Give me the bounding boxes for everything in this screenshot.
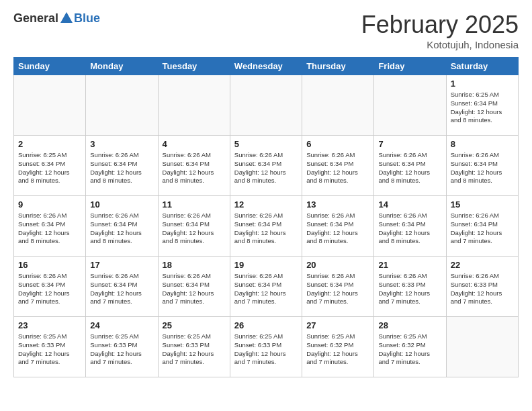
day-number: 22 bbox=[451, 260, 514, 270]
weekday-header-monday: Monday bbox=[86, 58, 158, 75]
day-cell bbox=[86, 75, 158, 136]
day-number: 5 bbox=[234, 139, 298, 149]
weekday-header-wednesday: Wednesday bbox=[230, 58, 302, 75]
day-info: Sunrise: 6:25 AM Sunset: 6:34 PM Dayligh… bbox=[451, 91, 514, 125]
day-cell bbox=[446, 317, 518, 377]
day-number: 15 bbox=[451, 199, 514, 210]
logo-general-text: General bbox=[13, 11, 58, 26]
day-cell: 7Sunrise: 6:26 AM Sunset: 6:34 PM Daylig… bbox=[374, 136, 446, 196]
week-row-4: 16Sunrise: 6:26 AM Sunset: 6:34 PM Dayli… bbox=[14, 257, 519, 317]
day-info: Sunrise: 6:25 AM Sunset: 6:34 PM Dayligh… bbox=[18, 151, 81, 185]
day-cell: 5Sunrise: 6:26 AM Sunset: 6:34 PM Daylig… bbox=[230, 136, 302, 196]
day-cell: 17Sunrise: 6:26 AM Sunset: 6:34 PM Dayli… bbox=[86, 257, 158, 317]
day-info: Sunrise: 6:26 AM Sunset: 6:34 PM Dayligh… bbox=[90, 151, 153, 185]
weekday-header-saturday: Saturday bbox=[446, 58, 518, 75]
day-number: 21 bbox=[378, 260, 441, 270]
day-cell: 14Sunrise: 6:26 AM Sunset: 6:34 PM Dayli… bbox=[374, 196, 446, 257]
day-cell bbox=[230, 75, 302, 136]
weekday-header-friday: Friday bbox=[374, 58, 446, 75]
day-number: 1 bbox=[451, 79, 514, 89]
day-cell: 1Sunrise: 6:25 AM Sunset: 6:34 PM Daylig… bbox=[446, 75, 518, 136]
day-number: 11 bbox=[163, 199, 226, 210]
day-info: Sunrise: 6:25 AM Sunset: 6:32 PM Dayligh… bbox=[378, 332, 441, 367]
calendar-title: February 2025 bbox=[361, 11, 519, 39]
weekday-header-sunday: Sunday bbox=[14, 58, 86, 75]
day-info: Sunrise: 6:26 AM Sunset: 6:34 PM Dayligh… bbox=[163, 151, 226, 185]
day-info: Sunrise: 6:26 AM Sunset: 6:34 PM Dayligh… bbox=[306, 272, 369, 306]
day-info: Sunrise: 6:26 AM Sunset: 6:33 PM Dayligh… bbox=[378, 272, 441, 306]
day-number: 10 bbox=[90, 199, 153, 210]
day-cell: 16Sunrise: 6:26 AM Sunset: 6:34 PM Dayli… bbox=[14, 257, 86, 317]
day-cell: 4Sunrise: 6:26 AM Sunset: 6:34 PM Daylig… bbox=[158, 136, 230, 196]
day-number: 18 bbox=[163, 260, 226, 270]
logo: General Blue bbox=[13, 11, 100, 26]
day-cell: 15Sunrise: 6:26 AM Sunset: 6:34 PM Dayli… bbox=[446, 196, 518, 257]
day-cell: 10Sunrise: 6:26 AM Sunset: 6:34 PM Dayli… bbox=[86, 196, 158, 257]
day-info: Sunrise: 6:26 AM Sunset: 6:34 PM Dayligh… bbox=[378, 212, 441, 246]
day-number: 20 bbox=[306, 260, 369, 270]
day-cell: 8Sunrise: 6:26 AM Sunset: 6:34 PM Daylig… bbox=[446, 136, 518, 196]
title-block: February 2025 Kototujuh, Indonesia bbox=[361, 11, 519, 50]
day-number: 7 bbox=[378, 139, 441, 149]
week-row-5: 23Sunrise: 6:25 AM Sunset: 6:33 PM Dayli… bbox=[14, 317, 519, 377]
day-info: Sunrise: 6:25 AM Sunset: 6:32 PM Dayligh… bbox=[306, 332, 369, 367]
day-info: Sunrise: 6:26 AM Sunset: 6:34 PM Dayligh… bbox=[90, 212, 153, 246]
calendar-page: General Blue February 2025 Kototujuh, In… bbox=[0, 0, 532, 388]
day-number: 25 bbox=[163, 320, 226, 330]
day-number: 2 bbox=[18, 139, 81, 149]
day-number: 3 bbox=[90, 139, 153, 149]
day-number: 26 bbox=[234, 320, 298, 330]
day-cell: 19Sunrise: 6:26 AM Sunset: 6:34 PM Dayli… bbox=[230, 257, 302, 317]
weekday-header-thursday: Thursday bbox=[302, 58, 374, 75]
day-info: Sunrise: 6:26 AM Sunset: 6:34 PM Dayligh… bbox=[306, 212, 369, 246]
day-cell: 11Sunrise: 6:26 AM Sunset: 6:34 PM Dayli… bbox=[158, 196, 230, 257]
calendar-subtitle: Kototujuh, Indonesia bbox=[361, 39, 519, 50]
day-cell: 2Sunrise: 6:25 AM Sunset: 6:34 PM Daylig… bbox=[14, 136, 86, 196]
day-number: 14 bbox=[378, 199, 441, 210]
day-info: Sunrise: 6:26 AM Sunset: 6:34 PM Dayligh… bbox=[451, 212, 514, 246]
day-number: 24 bbox=[90, 320, 153, 330]
day-cell: 24Sunrise: 6:25 AM Sunset: 6:33 PM Dayli… bbox=[86, 317, 158, 377]
day-info: Sunrise: 6:25 AM Sunset: 6:33 PM Dayligh… bbox=[18, 332, 81, 367]
day-cell: 23Sunrise: 6:25 AM Sunset: 6:33 PM Dayli… bbox=[14, 317, 86, 377]
day-cell bbox=[302, 75, 374, 136]
day-info: Sunrise: 6:26 AM Sunset: 6:34 PM Dayligh… bbox=[163, 212, 226, 246]
day-number: 17 bbox=[90, 260, 153, 270]
day-info: Sunrise: 6:26 AM Sunset: 6:34 PM Dayligh… bbox=[378, 151, 441, 185]
day-number: 19 bbox=[234, 260, 298, 270]
day-cell: 28Sunrise: 6:25 AM Sunset: 6:32 PM Dayli… bbox=[374, 317, 446, 377]
day-info: Sunrise: 6:26 AM Sunset: 6:34 PM Dayligh… bbox=[18, 212, 81, 246]
day-cell bbox=[14, 75, 86, 136]
day-info: Sunrise: 6:25 AM Sunset: 6:33 PM Dayligh… bbox=[234, 332, 298, 367]
day-cell bbox=[374, 75, 446, 136]
header: General Blue February 2025 Kototujuh, In… bbox=[13, 11, 519, 50]
day-cell: 21Sunrise: 6:26 AM Sunset: 6:33 PM Dayli… bbox=[374, 257, 446, 317]
day-info: Sunrise: 6:25 AM Sunset: 6:33 PM Dayligh… bbox=[90, 332, 153, 367]
day-number: 16 bbox=[18, 260, 81, 270]
day-cell: 13Sunrise: 6:26 AM Sunset: 6:34 PM Dayli… bbox=[302, 196, 374, 257]
day-number: 13 bbox=[306, 199, 369, 210]
day-cell: 18Sunrise: 6:26 AM Sunset: 6:34 PM Dayli… bbox=[158, 257, 230, 317]
day-cell: 6Sunrise: 6:26 AM Sunset: 6:34 PM Daylig… bbox=[302, 136, 374, 196]
day-number: 9 bbox=[18, 199, 81, 210]
day-info: Sunrise: 6:26 AM Sunset: 6:34 PM Dayligh… bbox=[234, 212, 298, 246]
day-number: 12 bbox=[234, 199, 298, 210]
day-cell: 27Sunrise: 6:25 AM Sunset: 6:32 PM Dayli… bbox=[302, 317, 374, 377]
svg-marker-0 bbox=[60, 12, 73, 23]
day-cell: 3Sunrise: 6:26 AM Sunset: 6:34 PM Daylig… bbox=[86, 136, 158, 196]
logo-icon bbox=[59, 11, 74, 26]
day-info: Sunrise: 6:26 AM Sunset: 6:33 PM Dayligh… bbox=[451, 272, 514, 306]
logo-blue-text: Blue bbox=[74, 11, 100, 26]
day-number: 6 bbox=[306, 139, 369, 149]
day-number: 4 bbox=[163, 139, 226, 149]
calendar-table: SundayMondayTuesdayWednesdayThursdayFrid… bbox=[13, 57, 519, 377]
week-row-1: 1Sunrise: 6:25 AM Sunset: 6:34 PM Daylig… bbox=[14, 75, 519, 136]
day-info: Sunrise: 6:25 AM Sunset: 6:33 PM Dayligh… bbox=[163, 332, 226, 367]
day-info: Sunrise: 6:26 AM Sunset: 6:34 PM Dayligh… bbox=[18, 272, 81, 306]
day-cell: 12Sunrise: 6:26 AM Sunset: 6:34 PM Dayli… bbox=[230, 196, 302, 257]
weekday-header-tuesday: Tuesday bbox=[158, 58, 230, 75]
day-number: 28 bbox=[378, 320, 441, 330]
day-cell: 26Sunrise: 6:25 AM Sunset: 6:33 PM Dayli… bbox=[230, 317, 302, 377]
day-cell: 25Sunrise: 6:25 AM Sunset: 6:33 PM Dayli… bbox=[158, 317, 230, 377]
week-row-2: 2Sunrise: 6:25 AM Sunset: 6:34 PM Daylig… bbox=[14, 136, 519, 196]
